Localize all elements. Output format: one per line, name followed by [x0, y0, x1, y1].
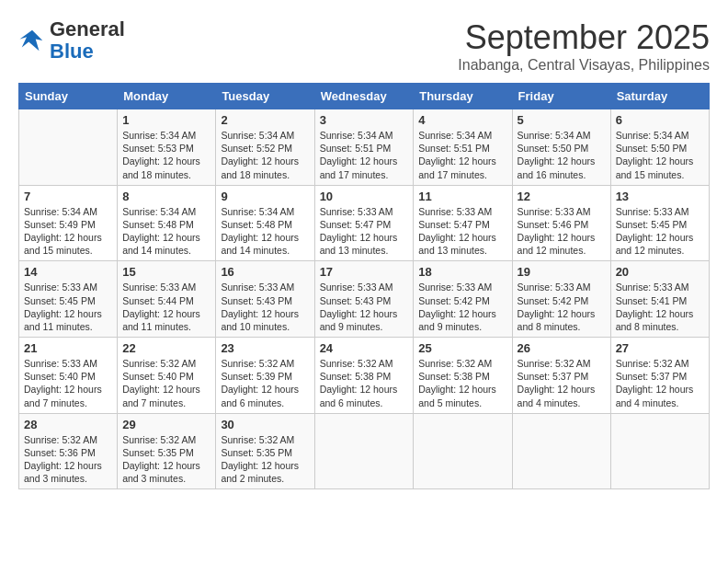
day-number: 1 [122, 113, 210, 127]
week-row-4: 21Sunrise: 5:33 AMSunset: 5:40 PMDayligh… [19, 338, 710, 414]
day-number: 15 [122, 265, 210, 279]
day-number: 25 [418, 341, 506, 355]
logo-icon [18, 27, 46, 54]
table-cell: 13Sunrise: 5:33 AMSunset: 5:45 PMDayligh… [610, 185, 709, 261]
logo-general: General [50, 18, 125, 40]
day-number: 24 [320, 341, 409, 355]
day-info: Sunrise: 5:34 AMSunset: 5:48 PMDaylight:… [122, 205, 210, 258]
table-cell: 5Sunrise: 5:34 AMSunset: 5:50 PMDaylight… [512, 109, 610, 186]
day-number: 17 [320, 265, 409, 279]
table-cell: 19Sunrise: 5:33 AMSunset: 5:42 PMDayligh… [512, 261, 610, 338]
week-row-2: 7Sunrise: 5:34 AMSunset: 5:49 PMDaylight… [19, 185, 710, 261]
day-number: 10 [320, 190, 409, 203]
table-cell: 27Sunrise: 5:32 AMSunset: 5:37 PMDayligh… [610, 338, 709, 414]
table-cell [19, 109, 118, 186]
day-info: Sunrise: 5:34 AMSunset: 5:53 PMDaylight:… [122, 129, 210, 181]
table-cell: 24Sunrise: 5:32 AMSunset: 5:38 PMDayligh… [314, 338, 414, 414]
table-cell: 11Sunrise: 5:33 AMSunset: 5:47 PMDayligh… [414, 185, 512, 261]
table-cell: 17Sunrise: 5:33 AMSunset: 5:43 PMDayligh… [314, 261, 414, 338]
table-cell: 18Sunrise: 5:33 AMSunset: 5:42 PMDayligh… [414, 261, 512, 338]
day-info: Sunrise: 5:32 AMSunset: 5:36 PMDaylight:… [24, 433, 112, 486]
table-cell: 23Sunrise: 5:32 AMSunset: 5:39 PMDayligh… [216, 338, 314, 414]
table-cell: 3Sunrise: 5:34 AMSunset: 5:51 PMDaylight… [314, 109, 414, 186]
day-number: 11 [418, 190, 506, 203]
day-number: 19 [518, 265, 606, 279]
table-cell: 22Sunrise: 5:32 AMSunset: 5:40 PMDayligh… [118, 338, 216, 414]
col-saturday: Saturday [610, 84, 709, 109]
week-row-3: 14Sunrise: 5:33 AMSunset: 5:45 PMDayligh… [19, 261, 710, 338]
day-info: Sunrise: 5:32 AMSunset: 5:40 PMDaylight:… [122, 357, 210, 409]
day-number: 12 [518, 190, 606, 203]
day-number: 7 [24, 190, 112, 203]
table-cell [512, 413, 610, 489]
day-info: Sunrise: 5:34 AMSunset: 5:50 PMDaylight:… [616, 129, 704, 181]
table-cell: 29Sunrise: 5:32 AMSunset: 5:35 PMDayligh… [118, 413, 216, 489]
col-tuesday: Tuesday [216, 84, 314, 109]
day-info: Sunrise: 5:33 AMSunset: 5:41 PMDaylight:… [616, 281, 704, 333]
day-number: 23 [221, 341, 309, 355]
table-cell: 30Sunrise: 5:32 AMSunset: 5:35 PMDayligh… [216, 413, 314, 489]
day-number: 14 [24, 265, 112, 279]
day-number: 28 [24, 418, 112, 431]
day-info: Sunrise: 5:33 AMSunset: 5:46 PMDaylight:… [518, 205, 606, 258]
logo-text: General Blue [50, 18, 125, 63]
day-info: Sunrise: 5:32 AMSunset: 5:38 PMDaylight:… [418, 357, 506, 409]
day-info: Sunrise: 5:33 AMSunset: 5:45 PMDaylight:… [24, 281, 112, 333]
day-number: 18 [418, 265, 506, 279]
table-cell: 15Sunrise: 5:33 AMSunset: 5:44 PMDayligh… [118, 261, 216, 338]
table-cell: 8Sunrise: 5:34 AMSunset: 5:48 PMDaylight… [118, 185, 216, 261]
day-number: 9 [221, 190, 309, 203]
day-number: 30 [221, 418, 309, 431]
table-cell [314, 413, 414, 489]
day-number: 5 [518, 113, 606, 127]
day-number: 21 [24, 341, 112, 355]
table-cell: 20Sunrise: 5:33 AMSunset: 5:41 PMDayligh… [610, 261, 709, 338]
logo-blue: Blue [50, 40, 125, 63]
col-wednesday: Wednesday [314, 84, 414, 109]
calendar-header-row: Sunday Monday Tuesday Wednesday Thursday… [19, 84, 710, 109]
table-cell: 28Sunrise: 5:32 AMSunset: 5:36 PMDayligh… [19, 413, 118, 489]
day-number: 22 [122, 341, 210, 355]
day-info: Sunrise: 5:32 AMSunset: 5:37 PMDaylight:… [518, 357, 606, 409]
month-title: September 2025 [458, 18, 710, 57]
day-info: Sunrise: 5:32 AMSunset: 5:38 PMDaylight:… [320, 357, 409, 409]
day-info: Sunrise: 5:33 AMSunset: 5:45 PMDaylight:… [616, 205, 704, 258]
day-info: Sunrise: 5:34 AMSunset: 5:48 PMDaylight:… [221, 205, 309, 258]
day-info: Sunrise: 5:34 AMSunset: 5:49 PMDaylight:… [24, 205, 112, 258]
header: General Blue September 2025 Inabanga, Ce… [18, 18, 710, 74]
day-info: Sunrise: 5:32 AMSunset: 5:39 PMDaylight:… [221, 357, 309, 409]
table-cell: 4Sunrise: 5:34 AMSunset: 5:51 PMDaylight… [414, 109, 512, 186]
day-number: 2 [221, 113, 309, 127]
day-info: Sunrise: 5:34 AMSunset: 5:51 PMDaylight:… [320, 129, 409, 181]
day-number: 27 [616, 341, 704, 355]
svg-marker-0 [20, 30, 43, 52]
table-cell: 1Sunrise: 5:34 AMSunset: 5:53 PMDaylight… [118, 109, 216, 186]
table-cell: 10Sunrise: 5:33 AMSunset: 5:47 PMDayligh… [314, 185, 414, 261]
day-info: Sunrise: 5:33 AMSunset: 5:43 PMDaylight:… [320, 281, 409, 333]
day-info: Sunrise: 5:33 AMSunset: 5:47 PMDaylight:… [418, 205, 506, 258]
col-sunday: Sunday [19, 84, 118, 109]
day-number: 13 [616, 190, 704, 203]
day-info: Sunrise: 5:32 AMSunset: 5:35 PMDaylight:… [221, 433, 309, 486]
col-thursday: Thursday [414, 84, 512, 109]
day-info: Sunrise: 5:33 AMSunset: 5:43 PMDaylight:… [221, 281, 309, 333]
col-friday: Friday [512, 84, 610, 109]
day-info: Sunrise: 5:33 AMSunset: 5:42 PMDaylight:… [518, 281, 606, 333]
table-cell: 9Sunrise: 5:34 AMSunset: 5:48 PMDaylight… [216, 185, 314, 261]
table-cell: 16Sunrise: 5:33 AMSunset: 5:43 PMDayligh… [216, 261, 314, 338]
location-title: Inabanga, Central Visayas, Philippines [458, 57, 710, 74]
table-cell: 21Sunrise: 5:33 AMSunset: 5:40 PMDayligh… [19, 338, 118, 414]
day-number: 29 [122, 418, 210, 431]
table-cell: 12Sunrise: 5:33 AMSunset: 5:46 PMDayligh… [512, 185, 610, 261]
week-row-5: 28Sunrise: 5:32 AMSunset: 5:36 PMDayligh… [19, 413, 710, 489]
table-cell: 26Sunrise: 5:32 AMSunset: 5:37 PMDayligh… [512, 338, 610, 414]
day-number: 20 [616, 265, 704, 279]
day-info: Sunrise: 5:32 AMSunset: 5:37 PMDaylight:… [616, 357, 704, 409]
day-number: 6 [616, 113, 704, 127]
day-info: Sunrise: 5:33 AMSunset: 5:42 PMDaylight:… [418, 281, 506, 333]
title-section: September 2025 Inabanga, Central Visayas… [458, 18, 710, 74]
week-row-1: 1Sunrise: 5:34 AMSunset: 5:53 PMDaylight… [19, 109, 710, 186]
day-number: 3 [320, 113, 409, 127]
table-cell: 2Sunrise: 5:34 AMSunset: 5:52 PMDaylight… [216, 109, 314, 186]
col-monday: Monday [118, 84, 216, 109]
